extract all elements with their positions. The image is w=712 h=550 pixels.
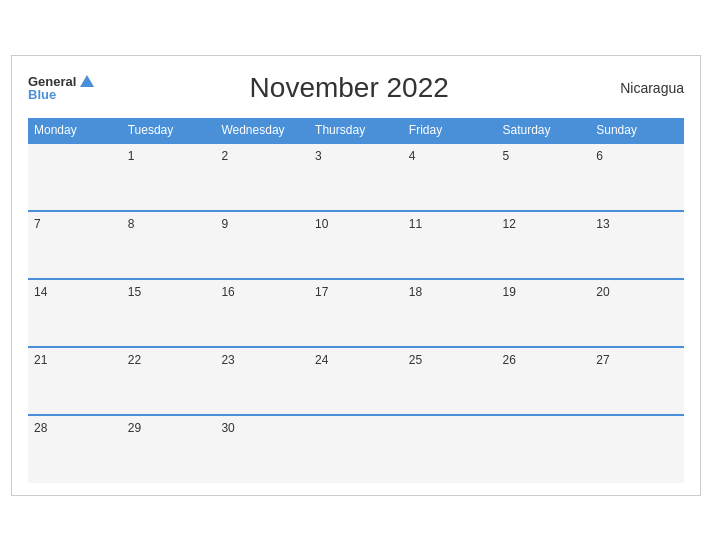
calendar-cell: 8 bbox=[122, 211, 216, 279]
calendar-cell bbox=[28, 143, 122, 211]
calendar-header: General Blue November 2022 Nicaragua bbox=[28, 72, 684, 104]
calendar-cell: 24 bbox=[309, 347, 403, 415]
calendar-cell: 23 bbox=[215, 347, 309, 415]
calendar-cell: 21 bbox=[28, 347, 122, 415]
col-saturday: Saturday bbox=[497, 118, 591, 143]
week-row-3: 14151617181920 bbox=[28, 279, 684, 347]
logo-general: General bbox=[28, 75, 94, 88]
calendar-cell: 9 bbox=[215, 211, 309, 279]
calendar-cell: 14 bbox=[28, 279, 122, 347]
calendar-cell: 25 bbox=[403, 347, 497, 415]
col-thursday: Thursday bbox=[309, 118, 403, 143]
calendar-cell: 28 bbox=[28, 415, 122, 483]
col-monday: Monday bbox=[28, 118, 122, 143]
calendar-cell: 7 bbox=[28, 211, 122, 279]
calendar-cell: 17 bbox=[309, 279, 403, 347]
calendar-cell: 26 bbox=[497, 347, 591, 415]
logo-general-text: General bbox=[28, 75, 76, 88]
calendar-cell: 30 bbox=[215, 415, 309, 483]
calendar-cell: 22 bbox=[122, 347, 216, 415]
calendar-cell: 3 bbox=[309, 143, 403, 211]
calendar-cell: 6 bbox=[590, 143, 684, 211]
week-row-2: 78910111213 bbox=[28, 211, 684, 279]
calendar-cell: 10 bbox=[309, 211, 403, 279]
calendar-cell bbox=[403, 415, 497, 483]
calendar-container: General Blue November 2022 Nicaragua Mon… bbox=[11, 55, 701, 496]
calendar-cell: 5 bbox=[497, 143, 591, 211]
week-row-4: 21222324252627 bbox=[28, 347, 684, 415]
calendar-cell bbox=[309, 415, 403, 483]
calendar-title: November 2022 bbox=[94, 72, 604, 104]
col-wednesday: Wednesday bbox=[215, 118, 309, 143]
calendar-cell: 2 bbox=[215, 143, 309, 211]
logo: General Blue bbox=[28, 75, 94, 101]
calendar-cell: 4 bbox=[403, 143, 497, 211]
logo-blue-text: Blue bbox=[28, 88, 94, 101]
calendar-table: Monday Tuesday Wednesday Thursday Friday… bbox=[28, 118, 684, 483]
week-row-1: 123456 bbox=[28, 143, 684, 211]
logo-triangle-icon bbox=[80, 75, 94, 87]
calendar-cell: 27 bbox=[590, 347, 684, 415]
calendar-cell bbox=[497, 415, 591, 483]
col-tuesday: Tuesday bbox=[122, 118, 216, 143]
calendar-cell bbox=[590, 415, 684, 483]
calendar-cell: 20 bbox=[590, 279, 684, 347]
calendar-cell: 18 bbox=[403, 279, 497, 347]
calendar-cell: 15 bbox=[122, 279, 216, 347]
col-friday: Friday bbox=[403, 118, 497, 143]
calendar-cell: 29 bbox=[122, 415, 216, 483]
calendar-cell: 13 bbox=[590, 211, 684, 279]
col-sunday: Sunday bbox=[590, 118, 684, 143]
country-label: Nicaragua bbox=[604, 80, 684, 96]
calendar-cell: 19 bbox=[497, 279, 591, 347]
calendar-thead: Monday Tuesday Wednesday Thursday Friday… bbox=[28, 118, 684, 143]
week-row-5: 282930 bbox=[28, 415, 684, 483]
calendar-cell: 12 bbox=[497, 211, 591, 279]
calendar-cell: 11 bbox=[403, 211, 497, 279]
calendar-cell: 1 bbox=[122, 143, 216, 211]
calendar-cell: 16 bbox=[215, 279, 309, 347]
calendar-body: 1234567891011121314151617181920212223242… bbox=[28, 143, 684, 483]
day-header-row: Monday Tuesday Wednesday Thursday Friday… bbox=[28, 118, 684, 143]
